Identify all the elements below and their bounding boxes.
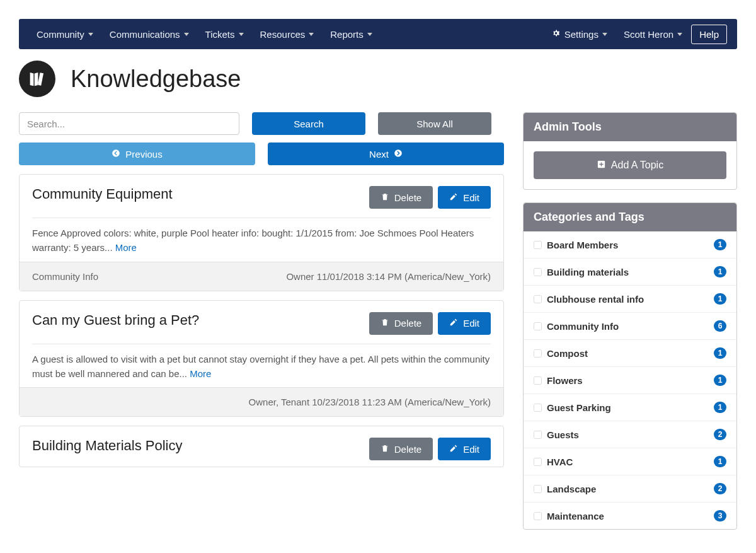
topic-footer: Community Info Owner 11/01/2018 3:14 PM …: [20, 262, 503, 291]
divider: [32, 218, 491, 218]
topic-title[interactable]: Can my Guest bring a Pet?: [32, 312, 199, 329]
nav-item-user[interactable]: Scott Heron: [616, 24, 690, 45]
help-button[interactable]: Help: [691, 25, 727, 44]
more-link[interactable]: More: [190, 368, 211, 379]
category-checkbox[interactable]: [534, 458, 542, 466]
topic-timestamp: Owner 11/01/2018 3:14 PM (America/New_Yo…: [286, 271, 491, 282]
category-checkbox[interactable]: [534, 485, 542, 493]
nav-item-tickets[interactable]: Tickets: [198, 24, 251, 45]
category-name: HVAC: [547, 457, 714, 467]
nav-label: Reports: [330, 29, 364, 40]
divider: [32, 344, 491, 344]
edit-button[interactable]: Edit: [438, 438, 491, 460]
more-link[interactable]: More: [115, 242, 137, 253]
trash-icon: [381, 444, 389, 455]
next-button[interactable]: Next: [268, 143, 504, 165]
topic-excerpt: A guest is allowed to visit with a pet b…: [32, 352, 491, 381]
category-item[interactable]: Clubhouse rental info 1: [524, 285, 736, 312]
trash-icon: [381, 192, 389, 203]
topic-card: Community Equipment Delete Edit Fence Ap…: [19, 174, 504, 291]
nav-item-community[interactable]: Community: [29, 24, 101, 45]
nav-item-settings[interactable]: Settings: [544, 23, 615, 45]
category-item[interactable]: Community Info 6: [524, 312, 736, 339]
category-name: Clubhouse rental info: [547, 294, 714, 305]
category-checkbox[interactable]: [534, 376, 542, 385]
category-count-badge: 2: [714, 483, 726, 494]
category-count-badge: 6: [714, 320, 726, 332]
category-count-badge: 1: [714, 266, 726, 277]
categories-panel: Categories and Tags Board Members 1 Buil…: [523, 202, 737, 530]
category-name: Flowers: [547, 375, 714, 386]
topic-title[interactable]: Community Equipment: [32, 186, 173, 202]
category-checkbox[interactable]: [534, 268, 542, 276]
top-navbar: Community Communications Tickets Resourc…: [19, 19, 737, 49]
chevron-down-icon: [239, 33, 244, 36]
category-checkbox[interactable]: [534, 512, 542, 520]
page-title: Knowledgebase: [71, 66, 241, 93]
previous-button[interactable]: Previous: [19, 143, 255, 165]
category-count-badge: 1: [714, 402, 726, 413]
delete-button[interactable]: Delete: [369, 438, 433, 460]
edit-icon: [449, 192, 458, 203]
category-count-badge: 1: [714, 239, 726, 250]
chevron-down-icon: [367, 33, 372, 36]
topic-footer: Owner, Tenant 10/23/2018 11:23 AM (Ameri…: [20, 387, 503, 416]
category-count-badge: 2: [714, 429, 726, 440]
nav-item-resources[interactable]: Resources: [253, 24, 322, 45]
edit-button[interactable]: Edit: [438, 312, 491, 335]
chevron-down-icon: [309, 33, 314, 36]
category-checkbox[interactable]: [534, 241, 542, 249]
show-all-button[interactable]: Show All: [378, 112, 491, 135]
category-checkbox[interactable]: [534, 295, 542, 303]
category-item[interactable]: Compost 1: [524, 339, 736, 366]
delete-button[interactable]: Delete: [369, 312, 433, 335]
category-count-badge: 1: [714, 347, 726, 359]
category-count-badge: 1: [714, 456, 726, 467]
category-item[interactable]: Landscape 2: [524, 475, 736, 502]
category-count-badge: 1: [714, 375, 726, 386]
category-count-badge: 1: [714, 293, 726, 305]
search-input[interactable]: [19, 112, 239, 135]
category-item[interactable]: Board Members 1: [524, 231, 736, 258]
category-item[interactable]: Flowers 1: [524, 366, 736, 393]
category-item[interactable]: HVAC 1: [524, 448, 736, 475]
category-item[interactable]: Guests 2: [524, 421, 736, 448]
nav-item-reports[interactable]: Reports: [323, 24, 380, 45]
category-item[interactable]: Maintenance 3: [524, 502, 736, 529]
category-checkbox[interactable]: [534, 349, 542, 358]
nav-label: Resources: [260, 29, 306, 40]
chevron-down-icon: [88, 33, 93, 36]
svg-point-1: [394, 149, 402, 157]
edit-button[interactable]: Edit: [438, 186, 491, 209]
trash-icon: [381, 318, 389, 329]
nav-label: Tickets: [205, 29, 235, 40]
topic-excerpt: Fence Approved colors: white, purple Poo…: [32, 226, 491, 255]
category-count-badge: 3: [714, 510, 726, 521]
gear-icon: [551, 28, 561, 40]
delete-button[interactable]: Delete: [369, 186, 433, 209]
nav-right: Settings Scott Heron Help: [544, 23, 727, 45]
categories-title: Categories and Tags: [524, 203, 736, 231]
nav-left: Community Communications Tickets Resourc…: [29, 24, 380, 45]
user-name: Scott Heron: [624, 29, 673, 40]
add-topic-label: Add A Topic: [611, 160, 663, 171]
chevron-down-icon: [677, 33, 682, 36]
nav-item-communications[interactable]: Communications: [102, 24, 197, 45]
chevron-left-icon: [112, 149, 120, 160]
category-item[interactable]: Building materials 1: [524, 258, 736, 285]
edit-icon: [449, 444, 458, 455]
category-name: Guests: [547, 429, 714, 440]
topic-timestamp: Owner, Tenant 10/23/2018 11:23 AM (Ameri…: [249, 397, 491, 407]
search-button[interactable]: Search: [252, 112, 365, 135]
topic-title[interactable]: Building Materials Policy: [32, 438, 182, 454]
main-column: Search Show All Previous Next Community …: [19, 112, 504, 542]
category-checkbox[interactable]: [534, 404, 542, 412]
category-checkbox[interactable]: [534, 431, 542, 439]
add-topic-button[interactable]: Add A Topic: [534, 151, 726, 179]
category-item[interactable]: Guest Parking 1: [524, 393, 736, 421]
admin-tools-title: Admin Tools: [524, 113, 736, 141]
knowledgebase-icon: [19, 61, 55, 97]
admin-tools-panel: Admin Tools Add A Topic: [523, 112, 737, 190]
category-name: Community Info: [547, 321, 714, 332]
category-checkbox[interactable]: [534, 322, 542, 330]
